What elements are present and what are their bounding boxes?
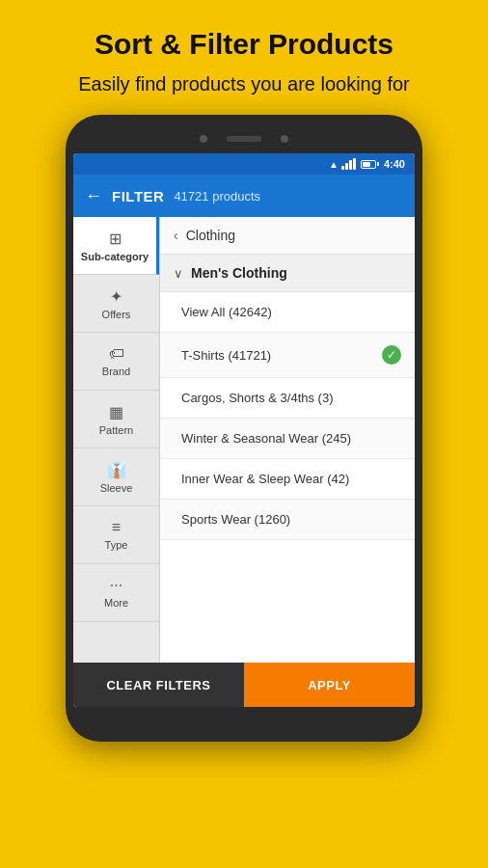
sidebar-item-sleeve[interactable]: 👔 Sleeve	[73, 448, 159, 506]
sidebar-item-offers[interactable]: ✦ Offers	[73, 275, 159, 333]
signal-bars-icon	[341, 158, 356, 170]
app-bar-count: 41721 products	[174, 189, 260, 203]
parent-category-row[interactable]: ‹ Clothing	[160, 217, 415, 255]
filter-item-1[interactable]: T-Shirts (41721) ✓	[160, 333, 415, 378]
signal-bar-4	[353, 158, 356, 170]
content-area: ⊞ Sub-category ✦ Offers 🏷 Brand ▦ Patter…	[73, 217, 415, 663]
chevron-left-icon: ‹	[174, 228, 178, 243]
filter-item-3[interactable]: Winter & Seasonal Wear (245)	[160, 419, 415, 459]
bottom-action-bar: CLEAR FILTERS APPLY	[73, 663, 415, 707]
sidebar-item-type[interactable]: ≡ Type	[73, 506, 159, 564]
phone-camera	[200, 135, 207, 143]
clear-filters-button[interactable]: CLEAR FILTERS	[73, 663, 244, 707]
status-bar: ▲ 4:40	[73, 153, 415, 175]
phone-camera-2	[281, 135, 288, 143]
filter-item-label-1: T-Shirts (41721)	[181, 348, 374, 363]
filter-item-4[interactable]: Inner Wear & Sleep Wear (42)	[160, 459, 415, 500]
promo-title: Sort & Filter Products	[19, 27, 469, 62]
promo-subtitle: Easily find products you are looking for	[19, 71, 469, 97]
selected-check-icon: ✓	[382, 345, 401, 365]
battery-icon	[361, 160, 376, 169]
filter-item-5[interactable]: Sports Wear (1260)	[160, 500, 415, 540]
active-subcategory-label: Men's Clothing	[191, 265, 287, 281]
brand-icon: 🏷	[109, 345, 124, 363]
chevron-down-icon: ∨	[174, 266, 183, 281]
filter-item-0[interactable]: View All (42642)	[160, 292, 415, 333]
sidebar-label-offers: Offers	[102, 309, 131, 320]
phone-bottom	[73, 707, 415, 728]
filter-sidebar: ⊞ Sub-category ✦ Offers 🏷 Brand ▦ Patter…	[73, 217, 160, 663]
wifi-icon: ▲	[329, 159, 339, 170]
right-panel: ‹ Clothing ∨ Men's Clothing View All (42…	[160, 217, 415, 663]
sidebar-label-more: More	[104, 597, 128, 609]
app-bar-title: FILTER	[112, 188, 164, 204]
more-icon: ···	[110, 577, 122, 594]
filter-item-label-4: Inner Wear & Sleep Wear (42)	[181, 472, 401, 486]
phone-device: ▲ 4:40 ← FILTER 41721 products	[66, 115, 422, 742]
active-subcategory-row[interactable]: ∨ Men's Clothing	[160, 255, 415, 292]
parent-category-label: Clothing	[186, 228, 235, 243]
phone-top-bar	[73, 128, 415, 149]
sidebar-label-pattern: Pattern	[99, 424, 133, 436]
subcategory-icon: ⊞	[109, 230, 122, 248]
sleeve-icon: 👔	[107, 461, 126, 479]
promo-header: Sort & Filter Products Easily find produ…	[0, 0, 488, 115]
signal-bar-1	[341, 166, 344, 170]
filter-item-label-5: Sports Wear (1260)	[181, 512, 401, 527]
back-button[interactable]: ←	[85, 186, 102, 206]
offers-icon: ✦	[110, 287, 122, 306]
pattern-icon: ▦	[109, 403, 123, 421]
sidebar-label-sleeve: Sleeve	[100, 482, 133, 494]
sidebar-label-brand: Brand	[102, 366, 130, 377]
sidebar-label-type: Type	[105, 539, 128, 551]
battery-fill	[363, 162, 370, 167]
sidebar-item-subcategory[interactable]: ⊞ Sub-category	[73, 217, 159, 275]
status-icons: ▲	[329, 158, 376, 170]
signal-bar-2	[345, 163, 348, 170]
sidebar-item-pattern[interactable]: ▦ Pattern	[73, 391, 159, 448]
type-icon: ≡	[112, 519, 121, 536]
phone-screen: ▲ 4:40 ← FILTER 41721 products	[73, 153, 415, 707]
status-time: 4:40	[384, 158, 405, 170]
filter-item-label-0: View All (42642)	[181, 305, 401, 319]
sidebar-item-brand[interactable]: 🏷 Brand	[73, 333, 159, 391]
app-bar: ← FILTER 41721 products	[73, 175, 415, 217]
sidebar-item-more[interactable]: ··· More	[73, 564, 159, 622]
filter-item-2[interactable]: Cargos, Shorts & 3/4ths (3)	[160, 378, 415, 419]
apply-button[interactable]: APPLY	[244, 663, 415, 707]
sidebar-label-subcategory: Sub-category	[81, 251, 149, 262]
filter-item-label-3: Winter & Seasonal Wear (245)	[181, 431, 401, 446]
filter-item-label-2: Cargos, Shorts & 3/4ths (3)	[181, 391, 401, 405]
signal-bar-3	[349, 160, 352, 170]
phone-speaker	[227, 136, 261, 142]
